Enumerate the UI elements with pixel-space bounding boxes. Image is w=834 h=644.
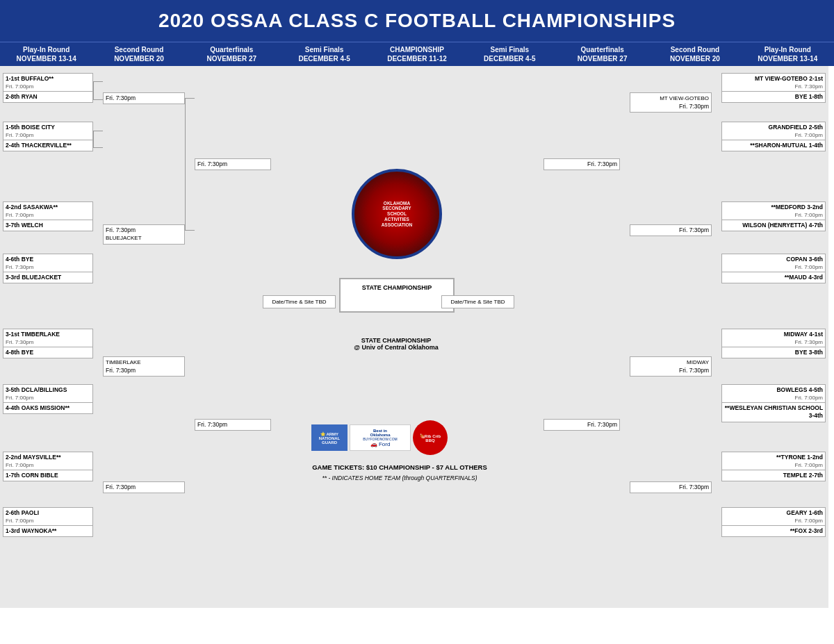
team-tyrone: **TYRONE 1-2nd Fri. 7:00pm (721, 452, 826, 472)
r2-left-4: Fri. 7:30pm (103, 481, 185, 493)
team-oaks-mission: 4-4th OAKS MISSION** (3, 402, 93, 414)
team-sharon-mutual: **SHARON-MUTUAL 1-4th (721, 140, 826, 151)
qf-right-1: Fri. 7:30pm (543, 158, 620, 170)
team-bluejacket-l: 3-3rd BLUEJACKET (3, 272, 93, 283)
line-l2-1 (93, 131, 103, 131)
page-wrapper: 2020 OSSAA CLASS C FOOTBALL CHAMPIONSHIP… (0, 0, 834, 608)
line-l2-2 (93, 147, 103, 148)
team-buffalo: 1-1st BUFFALO** Fri. 7:00pm (3, 73, 93, 93)
round-header-5: CHAMPIONSHIPDECEMBER 11-12 (370, 42, 463, 66)
team-welch: 3-7th WELCH (3, 220, 93, 231)
r2-left-2: Fri. 7:30pm BLUEJACKET (103, 224, 185, 245)
line-l-r2-qf-v (185, 98, 186, 230)
line-l2-v (93, 131, 94, 147)
line-l1-1 (93, 81, 103, 82)
team-bye-4-6: 4-6th BYE Fri. 7:30pm (3, 254, 93, 274)
round-header-6: Semi FinalsDECEMBER 4-5 (464, 42, 556, 66)
team-midway-pi: MIDWAY 4-1st Fri. 7:30pm (721, 329, 826, 349)
team-corn-bible: 1-7th CORN BIBLE (3, 470, 93, 481)
team-wesleyan: **WESLEYAN CHRISTIAN SCHOOL 3-4th (721, 402, 826, 422)
team-copan: COPAN 3-6th Fri. 7:00pm (721, 254, 826, 274)
qf-left-1: Fri. 7:30pm (195, 158, 271, 170)
sf-left: Date/Time & Site TBD (263, 295, 336, 308)
qf-right-2: Fri. 7:30pm (543, 419, 620, 431)
round-headers: Play-In RoundNOVEMBER 13-14 Second Round… (0, 42, 834, 66)
champ-location: STATE CHAMPIONSHIP@ Univ of Central Okla… (323, 337, 469, 351)
bracket-container: 1-1st BUFFALO** Fri. 7:00pm 2-8th RYAN 1… (0, 66, 828, 608)
sf-right: Date/Time & Site TBD (441, 295, 514, 308)
round-header-4: Semi FinalsDECEMBER 4-5 (278, 42, 370, 66)
r2-left-1: Fri. 7:30pm (103, 92, 185, 104)
line-l-r2-qf-1 (185, 98, 195, 99)
ossaa-logo: OKLAHOMASECONDARYSCHOOLACTIVITIESASSOCIA… (352, 169, 442, 259)
team-fox: **FOX 2-3rd (721, 525, 826, 537)
logo-text: OKLAHOMASECONDARYSCHOOLACTIVITIESASSOCIA… (379, 198, 416, 231)
team-maysville: 2-2nd MAYSVILLE** Fri. 7:00pm (3, 452, 93, 472)
home-team-note: ** - INDICATES HOME TEAM (through QUARTE… (271, 474, 528, 481)
sponsors: ⭐ ARMYNATIONALGUARD Best in Oklahoma BUY… (311, 420, 448, 455)
team-mt-view-gotebo: MT VIEW-GOTEBO 2-1st Fri. 7:30pm (721, 73, 826, 93)
round-header-9: Play-In RoundNOVEMBER 13-14 (742, 42, 834, 66)
team-paoli: 2-6th PAOLI Fri. 7:00pm (3, 507, 93, 527)
team-thackerville: 2-4th THACKERVILLE** (3, 140, 93, 151)
sponsor-army: ⭐ ARMYNATIONALGUARD (311, 424, 348, 451)
team-bye-4-8: 4-8th BYE (3, 347, 93, 358)
team-waynoka: 1-3rd WAYNOKA** (3, 525, 93, 537)
team-grandfield: GRANDFIELD 2-5th Fri. 7:00pm (721, 122, 826, 142)
ticket-info: GAME TICKETS: $10 CHAMPIONSHIP - $7 ALL … (271, 463, 528, 471)
team-bye-3-8: BYE 3-8th (721, 347, 826, 358)
r2-right-4: Fri. 7:30pm (630, 481, 712, 493)
r2-right-3: MIDWAY Fri. 7:30pm (630, 356, 712, 377)
team-maud: **MAUD 4-3rd (721, 272, 826, 283)
sponsor-bbq: 🍖Rib CribBBQ (413, 420, 448, 455)
team-bye-right-1: BYE 1-8th (721, 91, 826, 103)
team-temple: TEMPLE 2-7th (721, 470, 826, 481)
round-header-3: QuarterfinalsNOVEMBER 27 (186, 42, 278, 66)
page-title: 2020 OSSAA CLASS C FOOTBALL CHAMPIONSHIP… (0, 0, 834, 42)
team-geary: GEARY 1-6th Fri. 7:00pm (721, 507, 826, 527)
line-l1-2 (93, 99, 103, 100)
team-timberlake-pi: 3-1st TIMBERLAKE Fri. 7:30pm (3, 329, 93, 349)
round-header-7: QuarterfinalsNOVEMBER 27 (556, 42, 648, 66)
r2-right-1: MT VIEW-GOTEBO Fri. 7:30pm (630, 92, 712, 113)
team-ryan: 2-8th RYAN (3, 91, 93, 103)
r2-left-3: TIMBERLAKE Fri. 7:30pm (103, 356, 185, 377)
team-medford: **MEDFORD 3-2nd Fri. 7:00pm (721, 201, 826, 222)
qf-left-2: Fri. 7:30pm (195, 419, 271, 431)
team-wilson: WILSON (HENRYETTA) 4-7th (721, 220, 826, 231)
state-champ-label: STATE CHAMPIONSHIP (343, 283, 450, 292)
line-l1-v (93, 81, 94, 99)
line-l-r2-qf-2 (185, 230, 195, 231)
round-header-8: Second RoundNOVEMBER 20 (648, 42, 741, 66)
team-bowlegs: BOWLEGS 4-5th Fri. 7:00pm (721, 384, 826, 404)
state-championship-box: STATE CHAMPIONSHIP (339, 278, 455, 313)
r2-right-2: Fri. 7:30pm (630, 224, 712, 236)
team-dcla: 3-5th DCLA/BILLINGS Fri. 7:00pm (3, 384, 93, 404)
team-boise-city: 1-5th BOISE CITY Fri. 7:00pm (3, 122, 93, 142)
sponsor-ford: Best in Oklahoma BUYFORDNOW.COM 🚗 Ford (350, 424, 411, 451)
round-header-2: Second RoundNOVEMBER 20 (92, 42, 185, 66)
round-header-1: Play-In RoundNOVEMBER 13-14 (0, 42, 92, 66)
team-sasakwa: 4-2nd SASAKWA** Fri. 7:00pm (3, 201, 93, 222)
